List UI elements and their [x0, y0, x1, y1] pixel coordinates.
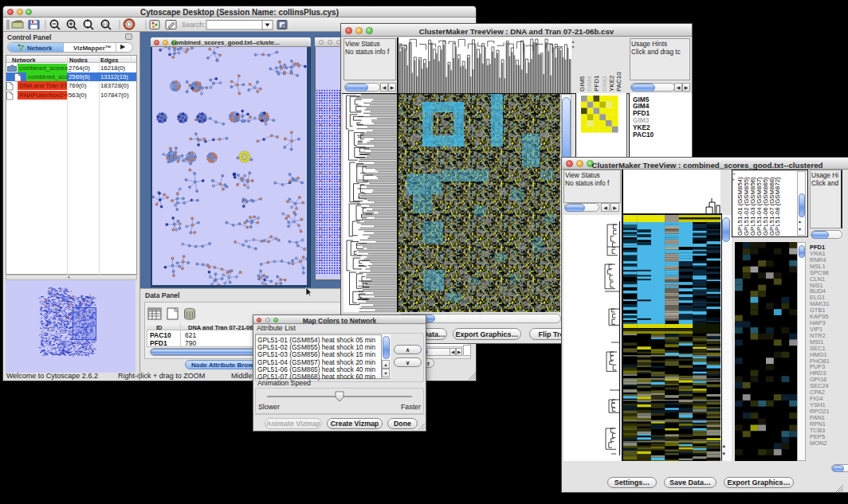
svg-text:GIM4: GIM4 [586, 76, 593, 92]
svg-text:PFD1: PFD1 [593, 75, 600, 92]
svg-text:GPL51-08 (GSM872): GPL51-08 (GSM872) [774, 177, 781, 236]
svg-text:PAC10: PAC10 [615, 72, 622, 92]
svg-text:GIM3: GIM3 [601, 76, 608, 92]
svg-text:YKE2: YKE2 [608, 75, 615, 92]
svg-text:GIM5: GIM5 [579, 76, 586, 92]
svg-text:Search:: Search: [182, 21, 205, 29]
svg-text:1:1: 1:1 [103, 22, 108, 26]
